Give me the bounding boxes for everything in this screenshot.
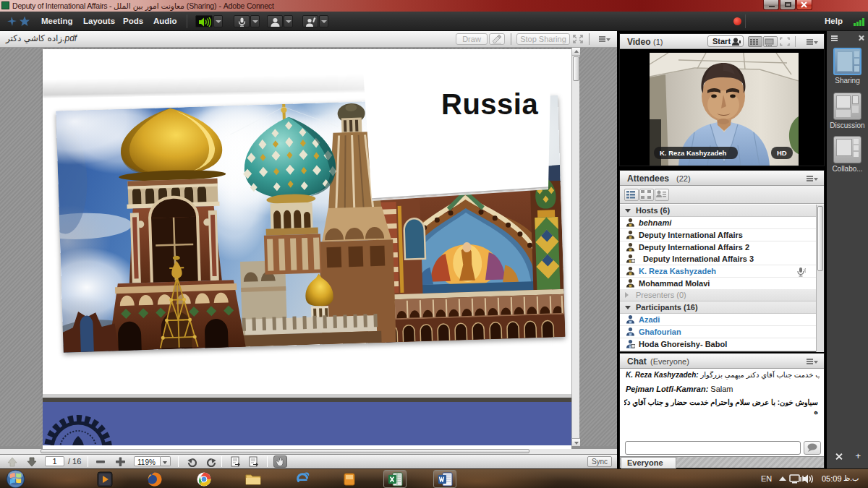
svg-text:K. Reza Kashyzadeh: K. Reza Kashyzadeh xyxy=(660,149,727,157)
svg-text:HD: HD xyxy=(777,149,787,157)
